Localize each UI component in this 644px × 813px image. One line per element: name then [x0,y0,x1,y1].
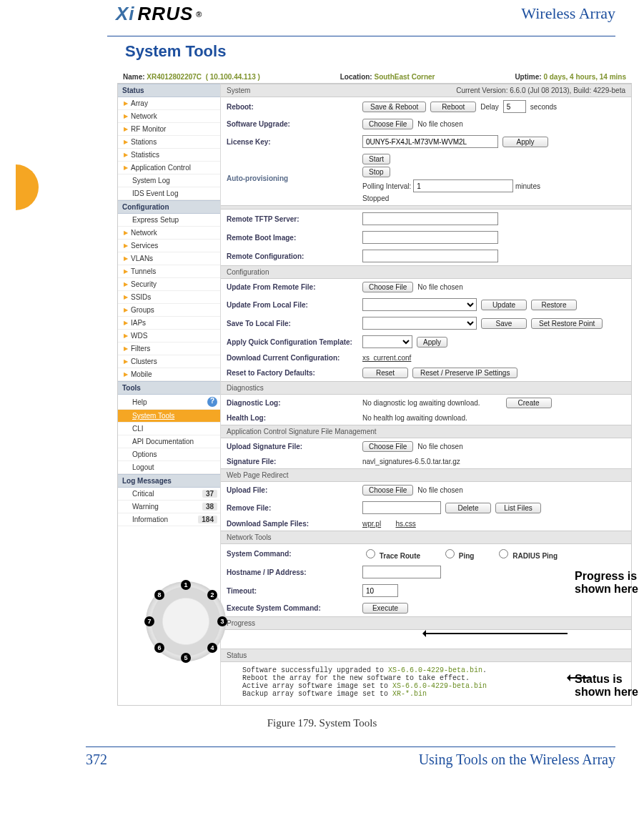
license-input[interactable] [362,135,498,148]
sidebar-item-ssids[interactable]: ▶SSIDs [118,291,220,304]
radio-traceroute[interactable]: Trace Route [362,547,420,560]
ip-value: ( 10.100.44.113 ) [206,73,260,81]
upgrade-label: Software Upgrade: [227,120,362,128]
autoprov-stop-button[interactable]: Stop [362,167,390,177]
wpr-remove-input[interactable] [362,501,441,514]
radio-radius-ping[interactable]: RADIUS Ping [495,547,558,560]
wpr-list-files-button[interactable]: List Files [495,503,541,513]
save-local-select[interactable] [362,317,477,330]
upload-sig-label: Upload Signature File: [227,443,362,450]
autoprov-start-button[interactable]: Start [362,154,390,164]
diag-log-text: No diagnostic log awaiting download. [362,399,480,407]
quick-apply-button[interactable]: Apply [417,337,447,348]
remote-choose-file-button[interactable]: Choose File [362,282,413,292]
host-input[interactable] [362,566,441,578]
sidebar-item-app-control[interactable]: ▶Application Control [118,162,220,174]
expand-icon: ▶ [124,294,128,300]
radio-radius-ping-input[interactable] [499,549,508,558]
sidebar-item-system-log[interactable]: System Log [118,174,220,187]
sidebar-item-wds[interactable]: ▶WDS [118,330,220,343]
wpr-sample-2[interactable]: hs.css [395,520,415,528]
sidebar-item-information[interactable]: Information184 [118,513,220,526]
sidebar-item-stations[interactable]: ▶Stations [118,136,220,149]
name-value: XR4012802207C [147,73,202,81]
sidebar-logs-header: Log Messages [118,474,220,488]
poll-input[interactable] [413,179,513,192]
boot-input[interactable] [362,231,498,244]
sidebar-item-tunnels[interactable]: ▶Tunnels [118,265,220,278]
reboot-button[interactable]: Reboot [430,102,476,112]
reset-preserve-ip-button[interactable]: Reset / Preserve IP Settings [412,368,517,378]
local-file-select[interactable] [362,298,477,311]
brand-xi: Xi [116,3,135,25]
sidebar-item-warning[interactable]: Warning38 [118,501,220,513]
ap-radio-4: 4 [207,643,217,653]
sidebar-item-mobile[interactable]: ▶Mobile [118,368,220,381]
expand-icon: ▶ [124,371,128,378]
critical-count: 37 [202,490,217,498]
sidebar-item-statistics[interactable]: ▶Statistics [118,149,220,162]
wpr-delete-button[interactable]: Delete [445,503,491,513]
radio-ping-input[interactable] [445,549,455,558]
save-local-label: Save To Local File: [227,320,362,327]
sidebar-item-security[interactable]: ▶Security [118,278,220,291]
license-apply-button[interactable]: Apply [502,137,548,147]
create-diag-button[interactable]: Create [506,398,552,408]
sidebar-item-rf-monitor[interactable]: ▶RF Monitor [118,123,220,136]
delay-input[interactable] [503,100,526,113]
execute-button[interactable]: Execute [362,603,408,614]
tftp-input[interactable] [362,212,498,225]
sidebar-item-cli[interactable]: CLI [118,423,220,435]
section-status: Status [221,649,631,662]
exec-label: Execute System Command: [227,604,362,612]
quick-config-select[interactable] [362,335,412,348]
ap-radio-2: 2 [207,590,217,600]
set-restore-point-button[interactable]: Set Restore Point [531,318,603,329]
timeout-input[interactable] [362,584,398,597]
sidebar-item-api-doc[interactable]: API Documentation [118,435,220,448]
sidebar-item-array[interactable]: ▶Array [118,97,220,110]
sidebar-item-network[interactable]: ▶Network [118,110,220,123]
expand-icon: ▶ [124,255,128,262]
page-number: 372 [86,752,107,768]
radio-traceroute-input[interactable] [366,549,375,558]
sidebar-item-critical[interactable]: Critical37 [118,488,220,501]
sidebar-item-vlans[interactable]: ▶VLANs [118,252,220,265]
wpr-sample-1[interactable]: wpr.pl [362,520,381,528]
header-rule [107,36,615,36]
wpr-filename: No file chosen [417,486,462,494]
save-button[interactable]: Save [481,318,527,329]
save-reboot-button[interactable]: Save & Reboot [362,102,426,112]
update-button[interactable]: Update [481,300,527,310]
sig-file-label: Signature File: [227,458,362,465]
expand-icon: ▶ [124,230,128,236]
location-label: Location: [340,73,372,81]
page-tab-ornament [0,164,39,210]
arrow-status [569,677,590,679]
quick-config-label: Apply Quick Configuration Template: [227,338,362,346]
sidebar-item-filters[interactable]: ▶Filters [118,343,220,355]
restore-button[interactable]: Restore [531,300,577,310]
section-configuration: Configuration [221,265,631,279]
sidebar-item-clusters[interactable]: ▶Clusters [118,355,220,368]
sidebar-item-iaps[interactable]: ▶IAPs [118,317,220,330]
sidebar-item-options[interactable]: Options [118,448,220,461]
upgrade-choose-file-button[interactable]: Choose File [362,119,413,129]
sidebar-item-config-network[interactable]: ▶Network [118,227,220,240]
radio-ping[interactable]: Ping [442,547,474,560]
sidebar-item-help[interactable]: Help? [118,395,220,410]
remote-conf-input[interactable] [362,250,498,262]
sidebar-item-system-tools[interactable]: System Tools [118,410,220,423]
sidebar-item-logout[interactable]: Logout [118,461,220,474]
wpr-choose-file-button[interactable]: Choose File [362,485,413,496]
main-panel: SystemCurrent Version: 6.6.0 (Jul 08 201… [221,84,631,705]
sig-choose-file-button[interactable]: Choose File [362,441,413,452]
sidebar-item-services[interactable]: ▶Services [118,240,220,252]
download-config-link[interactable]: xs_current.conf [362,354,411,362]
sidebar-item-express-setup[interactable]: Express Setup [118,214,220,227]
reset-button[interactable]: Reset [362,368,408,378]
sidebar-item-ids-event-log[interactable]: IDS Event Log [118,187,220,200]
sidebar-item-groups[interactable]: ▶Groups [118,304,220,317]
upd-remote-label: Update From Remote File: [227,283,362,291]
section-app-control-sig: Application Control Signature File Manag… [221,425,631,438]
